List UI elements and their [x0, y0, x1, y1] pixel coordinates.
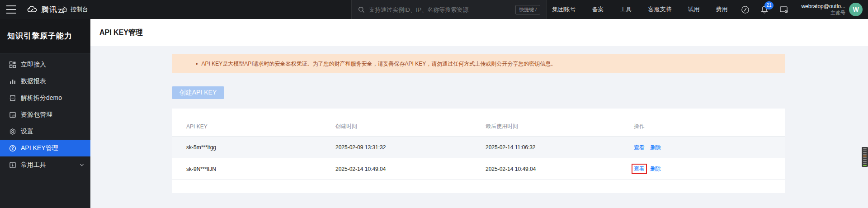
sidebar-item-common-tools[interactable]: 常用工具 [0, 156, 90, 173]
tencent-cloud-logo[interactable]: 腾讯云 [27, 0, 66, 19]
chevron-down-icon [80, 163, 84, 167]
topbar: 腾讯云 控制台 快捷键 / 集团账号 备案 工具 客服支持 试用 费用 [0, 0, 868, 19]
minimap-line [863, 163, 867, 164]
api-key-table-card: API KEY 创建时间 最后使用时间 操作 sk-5m***ltgg 2025… [172, 109, 785, 193]
table-row: sk-5m***ltgg 2025-02-09 13:31:32 2025-02… [172, 137, 785, 158]
view-link[interactable]: 查看 [634, 144, 645, 151]
column-header-created: 创建时间 [335, 114, 486, 130]
created-time: 2025-02-09 13:31:32 [335, 144, 486, 151]
key-circle-icon [9, 145, 16, 152]
sidebar-item-settings[interactable]: 设置 [0, 123, 90, 140]
minimap-line [863, 148, 867, 149]
create-api-key-button[interactable]: 创建API KEY [172, 86, 224, 99]
banner-text: API KEY是大模型API请求时的安全鉴权凭证。为了您的财产和服务安全，请妥善… [202, 60, 557, 68]
notification-bell[interactable]: 21 [760, 5, 769, 14]
sidebar: 知识引擎原子能力 立即接入 数据报表 [0, 19, 90, 208]
global-search: 快捷键 / [351, 0, 547, 19]
search-input[interactable] [369, 6, 491, 13]
search-icon [358, 6, 365, 13]
sidebar-item-label: 设置 [21, 128, 33, 136]
banner-bullet: • [196, 61, 198, 67]
column-header-api-key: API KEY [186, 115, 335, 130]
sidebar-item-label: 解析拆分demo [21, 94, 62, 102]
table-header-row: API KEY 创建时间 最后使用时间 操作 [172, 109, 785, 137]
sidebar-item-resource-packages[interactable]: 资源包管理 [0, 106, 90, 123]
sidebar-item-label: 资源包管理 [21, 111, 52, 119]
cloud-logo-icon [27, 5, 38, 14]
row-actions: 查看 删除 [634, 165, 785, 173]
minimap-line [863, 161, 867, 162]
bar-chart-icon [9, 78, 16, 85]
nav-trial[interactable]: 试用 [688, 5, 699, 14]
column-header-last-used: 最后使用时间 [486, 114, 634, 130]
nav-tools[interactable]: 工具 [620, 5, 632, 14]
column-header-actions: 操作 [634, 114, 785, 130]
minimap-line [863, 157, 867, 158]
sidebar-item-label: 数据报表 [21, 77, 46, 85]
minimap-line [863, 152, 867, 153]
warning-banner: • API KEY是大模型API请求时的安全鉴权凭证。为了您的财产和服务安全，请… [172, 54, 785, 73]
notification-count-badge: 21 [764, 1, 773, 9]
console-settings-icon[interactable] [779, 5, 788, 14]
minimap-line [863, 165, 867, 166]
user-email: webratop@outlo... [801, 3, 845, 10]
delete-link[interactable]: 删除 [650, 165, 661, 173]
shortcut-key-badge: 快捷键 / [515, 5, 540, 14]
page-header: API KEY管理 [90, 19, 868, 46]
api-key-value: sk-9N***lIJN [186, 166, 335, 172]
console-link[interactable]: 控制台 [61, 0, 88, 19]
product-title: 知识引擎原子能力 [7, 31, 72, 41]
delete-link[interactable]: 删除 [650, 144, 661, 151]
sidebar-item-data-reports[interactable]: 数据报表 [0, 73, 90, 90]
topbar-right: 集团账号 备案 工具 客服支持 试用 费用 21 [544, 0, 865, 19]
hamburger-menu-icon[interactable] [6, 5, 16, 14]
home-icon [61, 6, 68, 13]
nav-billing[interactable]: 费用 [716, 5, 727, 14]
sidebar-item-label: 立即接入 [21, 61, 46, 69]
gear-icon [9, 128, 16, 135]
sidebar-item-label: 常用工具 [21, 161, 46, 169]
sidebar-header: 知识引擎原子能力 [0, 19, 90, 53]
nav-support[interactable]: 客服支持 [648, 5, 671, 14]
view-link-annotated[interactable]: 查看 [632, 164, 647, 174]
console-label: 控制台 [71, 5, 88, 14]
grid-icon [9, 61, 16, 68]
sidebar-menu: 立即接入 数据报表 解析拆分demo 资源包管理 [0, 56, 90, 173]
created-time: 2025-02-14 10:49:04 [335, 166, 486, 172]
minimap-line [863, 150, 867, 151]
nav-icp-filing[interactable]: 备案 [592, 5, 604, 14]
user-role: 主账号 [801, 10, 845, 16]
row-actions: 查看 删除 [634, 144, 785, 151]
user-account[interactable]: webratop@outlo... 主账号 [801, 3, 845, 16]
split-icon [9, 95, 16, 102]
sidebar-item-label: API KEY管理 [21, 144, 58, 152]
table-row: sk-9N***lIJN 2025-02-14 10:49:04 2025-02… [172, 158, 785, 180]
last-used-time: 2025-02-14 11:06:32 [486, 144, 634, 151]
sidebar-item-api-key-management[interactable]: API KEY管理 [0, 140, 90, 156]
api-key-value: sk-5m***ltgg [186, 144, 335, 151]
sidebar-item-quick-access[interactable]: 立即接入 [0, 56, 90, 73]
last-used-time: 2025-02-14 10:49:04 [486, 166, 634, 172]
package-icon [9, 111, 16, 118]
circle-slash-icon[interactable] [741, 5, 750, 14]
minimap-line [863, 156, 867, 156]
minimap-line [863, 159, 867, 160]
minimap-scroll-widget[interactable] [862, 147, 868, 167]
sidebar-item-parse-split-demo[interactable]: 解析拆分demo [0, 90, 90, 106]
nav-group-account[interactable]: 集团账号 [552, 5, 576, 14]
page-title: API KEY管理 [99, 28, 143, 38]
tools-icon [9, 161, 16, 169]
minimap-line [863, 154, 867, 155]
avatar[interactable]: W [849, 3, 863, 16]
